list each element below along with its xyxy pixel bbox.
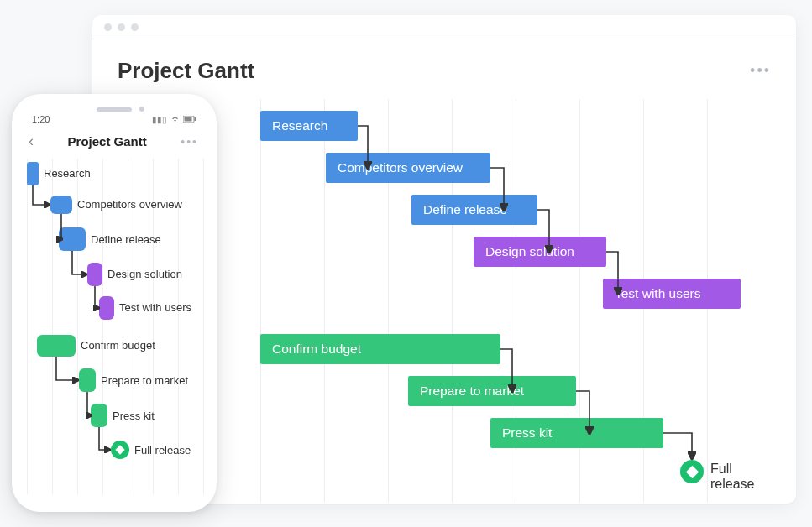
task-label: Competitors overview xyxy=(77,198,182,211)
wifi-icon xyxy=(170,115,180,124)
task-label: Define release xyxy=(423,202,507,217)
milestone-label: Full release xyxy=(134,444,191,457)
svg-rect-2 xyxy=(185,117,192,121)
task-bar-design-solution[interactable]: Design solution xyxy=(474,237,606,267)
task-label: Define release xyxy=(91,233,161,246)
status-bar: 1:20 ▮▮▯ xyxy=(18,101,210,128)
more-menu-icon[interactable]: ••• xyxy=(750,62,771,80)
task-bar-prepare-market[interactable]: Prepare to market xyxy=(408,376,576,406)
window-chrome xyxy=(92,15,796,39)
task-bar-research[interactable] xyxy=(27,162,39,185)
task-bar-confirm-budget[interactable] xyxy=(37,335,76,357)
task-bar-press-kit[interactable] xyxy=(91,404,107,427)
phone-camera-icon xyxy=(139,107,144,112)
task-bar-research[interactable]: Research xyxy=(260,111,358,141)
phone-screen: 1:20 ▮▮▯ ‹ Project Gantt ••• xyxy=(18,101,210,505)
task-bar-define-release[interactable] xyxy=(59,227,86,251)
svg-rect-1 xyxy=(195,117,196,121)
grid-line xyxy=(324,99,325,502)
gantt-chart[interactable]: Research Competitors overview Define rel… xyxy=(260,99,771,502)
task-bar-design-solution[interactable] xyxy=(87,263,102,286)
status-time: 1:20 xyxy=(32,114,50,124)
grid-line xyxy=(27,159,28,494)
task-bar-press-kit[interactable]: Press kit xyxy=(490,418,663,448)
task-bar-confirm-budget[interactable]: Confirm budget xyxy=(260,334,500,364)
traffic-light-zoom-icon[interactable] xyxy=(131,23,139,31)
milestone-full-release[interactable] xyxy=(680,460,704,483)
task-label: Competitors overview xyxy=(338,160,463,175)
grid-line xyxy=(771,99,772,502)
desktop-header: Project Gantt ••• xyxy=(92,39,796,99)
phone-gantt-chart[interactable]: Research Competitors overview Define rel… xyxy=(20,159,208,494)
status-icons: ▮▮▯ xyxy=(152,115,196,124)
task-label: Research xyxy=(272,118,327,133)
task-label: Confirm budget xyxy=(81,339,155,352)
task-label: Press kit xyxy=(113,410,155,422)
task-label: Test with users xyxy=(119,301,191,314)
phone-device: 1:20 ▮▮▯ ‹ Project Gantt ••• xyxy=(12,94,217,512)
task-bar-test-users[interactable] xyxy=(99,296,114,320)
milestone-full-release[interactable] xyxy=(111,441,129,459)
task-label: Press kit xyxy=(502,425,552,441)
signal-icon: ▮▮▯ xyxy=(152,115,167,124)
task-label: Design solution xyxy=(107,268,182,280)
task-label: Confirm budget xyxy=(272,342,361,357)
task-label: Prepare to market xyxy=(101,374,188,387)
task-label: Test with users xyxy=(615,286,701,301)
task-label: Design solution xyxy=(485,244,574,259)
milestone-label: Full release xyxy=(710,462,771,492)
task-label: Research xyxy=(44,167,91,180)
grid-line xyxy=(203,159,204,494)
phone-title: Project Gantt xyxy=(68,134,147,149)
task-bar-competitors[interactable] xyxy=(50,196,72,214)
phone-header: ‹ Project Gantt ••• xyxy=(18,128,210,159)
traffic-light-close-icon[interactable] xyxy=(104,23,112,31)
battery-icon xyxy=(183,115,196,124)
task-bar-test-users[interactable]: Test with users xyxy=(603,279,741,309)
page-title: Project Gantt xyxy=(118,58,254,84)
back-chevron-icon[interactable]: ‹ xyxy=(29,133,34,150)
phone-more-icon[interactable]: ••• xyxy=(181,135,198,149)
task-label: Prepare to market xyxy=(420,384,524,399)
task-bar-competitors[interactable]: Competitors overview xyxy=(326,153,490,183)
task-bar-define-release[interactable]: Define release xyxy=(411,195,537,225)
task-bar-prepare-market[interactable] xyxy=(79,368,96,392)
phone-speaker-icon xyxy=(97,107,132,112)
grid-line xyxy=(260,99,261,502)
traffic-light-minimize-icon[interactable] xyxy=(118,23,125,31)
